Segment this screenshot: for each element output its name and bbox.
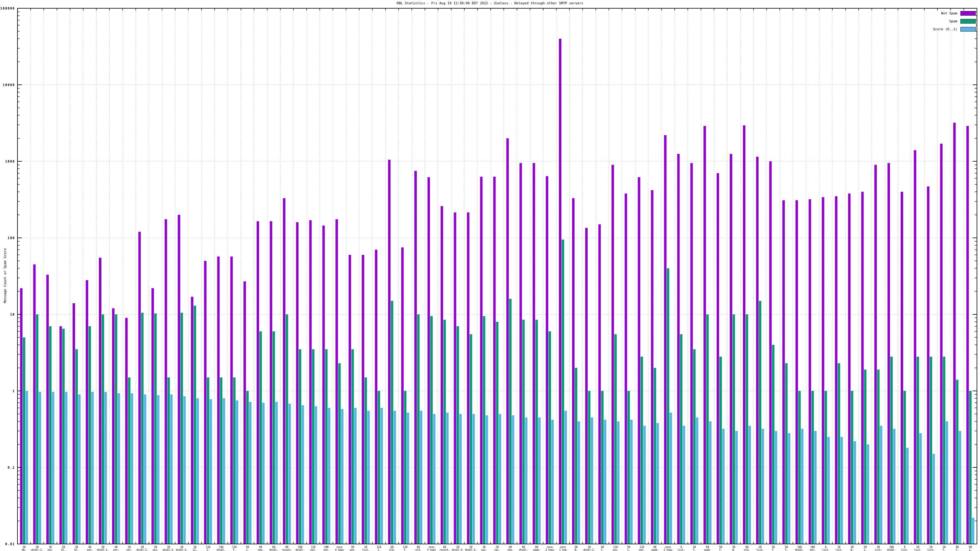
bar-spam xyxy=(312,349,315,544)
x-axis-label: 10list.dnswl.org3 hops xyxy=(361,546,370,551)
bar-spam xyxy=(641,357,643,544)
bar-score xyxy=(38,392,41,544)
x-axis-label: none1 hop xyxy=(559,546,566,551)
bar-not-spam xyxy=(572,198,574,544)
bar-not-spam xyxy=(375,250,377,544)
x-axis-label: 100dnsbl.sorbs.net2 hops xyxy=(887,546,896,551)
bar-score xyxy=(682,426,685,544)
bar-spam xyxy=(667,268,669,544)
bar-not-spam xyxy=(165,219,167,544)
bar-score xyxy=(315,406,317,544)
legend-swatch-spam xyxy=(960,19,976,24)
x-axis-label: 90Y.list.dnswl.org1 hop xyxy=(953,546,962,551)
x-axis-label: 100zen.spamhaus.org1 hop xyxy=(320,546,333,551)
bar-score xyxy=(433,414,436,544)
bar-not-spam xyxy=(795,200,798,544)
bar-score xyxy=(380,408,383,544)
bar-spam xyxy=(404,391,406,544)
bar-score xyxy=(565,411,567,544)
plot-area: 1000001000010001001010.10.0120db.wpbl.in… xyxy=(0,0,980,551)
x-axis-label: 30list.dnswl.org1 hop xyxy=(756,546,764,551)
bar-not-spam xyxy=(414,171,417,544)
bar-not-spam xyxy=(664,135,667,544)
bar-spam xyxy=(167,378,170,544)
bar-spam xyxy=(746,314,748,544)
x-axis-label: 50Y.list.dnswl.org1 hop xyxy=(769,546,778,551)
bar-score xyxy=(696,418,698,544)
bar-not-spam xyxy=(204,261,207,544)
bar-spam xyxy=(759,301,761,544)
x-axis-label: 2012.apews.org1 hop xyxy=(191,546,199,551)
bar-not-spam xyxy=(703,126,706,544)
bar-not-spam xyxy=(230,257,233,544)
x-axis-label: 60spam.dnsbl.sorbs.net1 hop xyxy=(703,546,712,551)
x-axis-label: 20list.dnswl.org2 hops xyxy=(874,546,883,551)
x-axis-label: 60dnsbl.sorbs.net1 hop xyxy=(269,546,278,551)
bar-spam xyxy=(286,314,288,544)
x-axis-label: 60new.spam.dnsbl.sorbs.net1 hop xyxy=(256,546,265,551)
x-axis-label: 1102.list.dnswl.org2 hops xyxy=(204,546,213,551)
x-axis-label: 100dnsbl.sorbs.net3 hops xyxy=(795,546,804,551)
bar-not-spam xyxy=(46,275,49,544)
bar-score xyxy=(105,392,107,544)
bar-score xyxy=(525,418,527,544)
bar-spam xyxy=(916,357,919,544)
bar-score xyxy=(499,414,501,544)
bar-score xyxy=(617,421,620,544)
x-axis-label: 60spam.dnsbl.sorbs.net2 hops xyxy=(532,546,541,551)
x-axis-label: 20db.wpbl.info1 hop xyxy=(20,546,27,551)
bar-score xyxy=(249,402,251,544)
x-axis-label: 20dnsbl-3.uceprotect.net2 hops xyxy=(173,546,190,551)
bar-score xyxy=(604,420,606,544)
bar-not-spam xyxy=(835,196,837,544)
x-axis-label: 20dnsbl-2.uceprotect.net2 hops xyxy=(161,546,177,551)
bar-score xyxy=(630,420,633,544)
bar-score xyxy=(486,415,488,544)
x-axis-label: 20dnsbl-2.uceprotect.net1 hop xyxy=(134,546,150,551)
bar-score xyxy=(946,421,948,544)
bar-not-spam xyxy=(388,160,390,544)
bar-spam xyxy=(128,378,130,544)
bar-spam xyxy=(680,334,682,544)
bar-score xyxy=(840,437,843,544)
bar-spam xyxy=(601,391,604,544)
bar-spam xyxy=(417,314,420,544)
bar-not-spam xyxy=(270,221,272,544)
bar-spam xyxy=(325,349,328,544)
bar-score xyxy=(183,396,186,544)
bar-not-spam xyxy=(33,265,35,544)
y-tick-label: 10 xyxy=(10,313,15,316)
bar-spam xyxy=(181,313,183,544)
x-axis-label: none5 hops xyxy=(427,546,436,551)
bar-score xyxy=(223,398,225,544)
bar-not-spam xyxy=(822,197,824,544)
bar-score xyxy=(196,398,199,544)
bar-score xyxy=(473,414,475,544)
x-axis-label: 20dnsbl-1.uceprotect.net2 hops xyxy=(95,546,111,551)
bar-not-spam xyxy=(651,190,654,544)
bar-not-spam xyxy=(848,194,850,544)
x-axis-label: 20ips.backscatterer.org2 hops xyxy=(487,546,508,551)
bar-not-spam xyxy=(112,308,115,544)
bar-not-spam xyxy=(612,165,614,544)
x-axis-label: 40zen.spamhaus.org2 hops xyxy=(346,546,359,551)
bar-score xyxy=(288,404,291,544)
bar-spam xyxy=(141,313,144,544)
x-axis-label: none2 hops xyxy=(663,546,673,551)
x-axis-label: 20dnsbl-3.uceprotect.net1 hop xyxy=(450,546,466,551)
bar-score xyxy=(814,431,817,544)
bar-spam xyxy=(562,240,564,544)
bar-not-spam xyxy=(178,215,180,544)
x-axis-label: 30zen.spamhaus.org1 hop xyxy=(44,546,57,551)
x-axis-label: 60old.spam.dnsbl.sorbs.net1 hop xyxy=(414,546,423,551)
bar-not-spam xyxy=(125,318,128,544)
bar-spam xyxy=(904,391,906,544)
x-axis-label: 140dnsbl.sorbs.net1 hop xyxy=(217,546,226,551)
bar-score xyxy=(367,411,370,544)
legend-swatch-score xyxy=(960,27,976,32)
bar-score xyxy=(591,418,593,544)
bar-not-spam xyxy=(598,224,601,544)
bar-spam xyxy=(575,368,577,544)
bar-score xyxy=(460,414,462,544)
bar-spam xyxy=(969,391,972,544)
